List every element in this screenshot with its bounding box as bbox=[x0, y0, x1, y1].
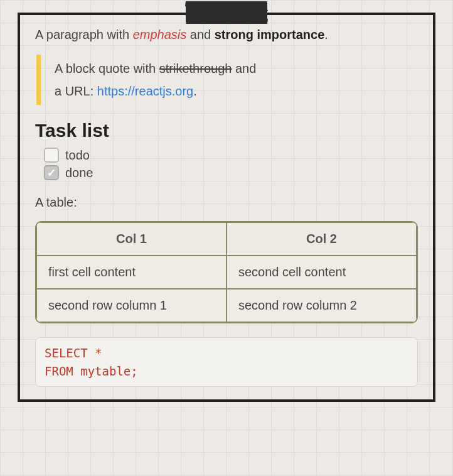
table-header-col1: Col 1 bbox=[36, 222, 226, 256]
tasklist-heading: Task list bbox=[35, 120, 418, 141]
document-card: A paragraph with emphasis and strong imp… bbox=[18, 13, 435, 402]
task-label: todo bbox=[65, 148, 90, 163]
table-cell: second row column 2 bbox=[226, 289, 417, 322]
table-row: first cell content second cell content bbox=[36, 256, 417, 289]
table-cell: first cell content bbox=[36, 256, 226, 289]
blockquote-line-1: A block quote with strikethrough and bbox=[55, 57, 418, 80]
table-header-col2: Col 2 bbox=[226, 222, 417, 256]
checkbox-unchecked-icon[interactable] bbox=[44, 148, 59, 163]
bq-url-link[interactable]: https://reactjs.org bbox=[97, 84, 193, 98]
task-item-done: done bbox=[44, 165, 418, 180]
bq-line2-prefix: a URL: bbox=[55, 84, 97, 98]
table-cell: second cell content bbox=[226, 256, 417, 289]
blockquote-line-2: a URL: https://reactjs.org. bbox=[55, 80, 418, 102]
intro-paragraph: A paragraph with emphasis and strong imp… bbox=[35, 28, 418, 42]
para-emphasis: emphasis bbox=[133, 28, 187, 41]
task-item-todo: todo bbox=[44, 148, 418, 163]
para-suffix: . bbox=[324, 28, 328, 41]
data-table: Col 1 Col 2 first cell content second ce… bbox=[35, 221, 418, 323]
checkbox-checked-icon[interactable] bbox=[44, 165, 59, 180]
bq-line1-prefix: A block quote with bbox=[55, 62, 159, 75]
table-cell: second row column 1 bbox=[36, 289, 226, 322]
tape-decoration bbox=[186, 1, 267, 24]
bq-line2-suffix: . bbox=[193, 84, 197, 98]
table-row: second row column 1 second row column 2 bbox=[36, 289, 417, 322]
para-strong: strong importance bbox=[215, 28, 325, 41]
table-header-row: Col 1 Col 2 bbox=[36, 222, 417, 256]
table-label: A table: bbox=[35, 195, 418, 210]
task-label: done bbox=[65, 166, 93, 180]
blockquote: A block quote with strikethrough and a U… bbox=[36, 55, 418, 105]
bq-line1-suffix: and bbox=[232, 62, 256, 75]
bq-strike: strikethrough bbox=[159, 62, 232, 75]
para-mid: and bbox=[186, 28, 214, 41]
task-list: todo done bbox=[35, 148, 418, 180]
para-prefix: A paragraph with bbox=[35, 28, 133, 41]
code-block: SELECT * FROM mytable; bbox=[35, 337, 418, 387]
